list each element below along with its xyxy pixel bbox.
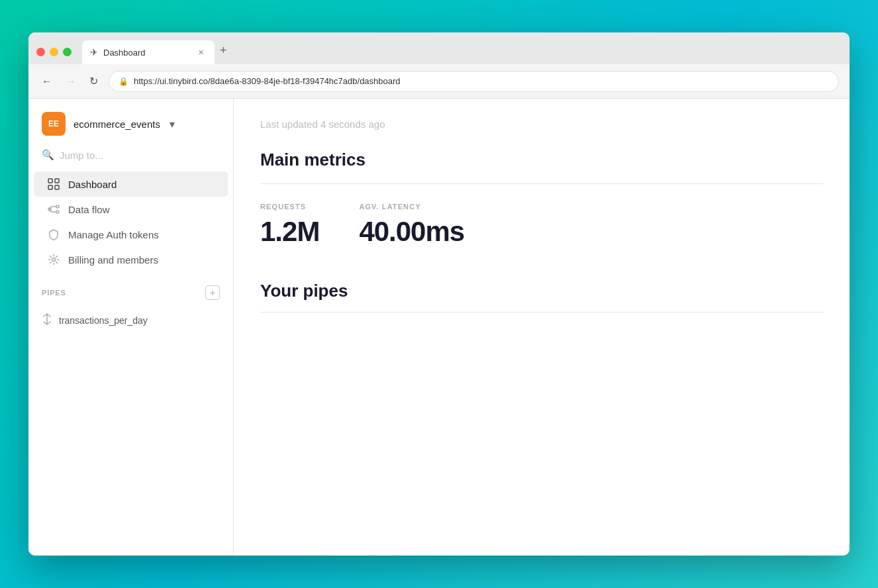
close-button[interactable] (36, 48, 45, 56)
lock-icon: 🔒 (119, 77, 128, 86)
pipe-icon (42, 313, 52, 328)
svg-point-7 (52, 258, 56, 262)
search-placeholder: Jump to... (60, 150, 103, 161)
shield-icon (47, 228, 60, 240)
metrics-row: REQUESTS 1.2M AGV. LATENCY 40.00ms (260, 203, 823, 248)
tab-title: Dashboard (103, 48, 190, 58)
sidebar-item-data-flow[interactable]: Data flow (34, 197, 228, 222)
main-metrics-title: Main metrics (260, 150, 823, 170)
sidebar: EE ecommerce_events ▾ 🔍 Jump to... (28, 99, 234, 556)
dashboard-icon (47, 178, 60, 190)
back-button[interactable]: ← (39, 74, 55, 89)
dashboard-label: Dashboard (68, 179, 117, 190)
svg-rect-0 (48, 179, 52, 183)
svg-rect-3 (55, 185, 59, 189)
pipes-header: PIPES + (42, 285, 220, 300)
workspace-name: ecommerce_events (73, 119, 160, 130)
sidebar-item-dashboard[interactable]: Dashboard (34, 172, 228, 197)
svg-point-6 (56, 211, 59, 213)
sidebar-item-auth-tokens[interactable]: Manage Auth tokens (34, 222, 228, 247)
traffic-lights (36, 48, 72, 64)
pipe-name: transactions_per_day (59, 315, 148, 326)
auth-tokens-label: Manage Auth tokens (68, 229, 159, 240)
pipes-divider (260, 312, 823, 313)
browser-tab[interactable]: ✈ Dashboard ✕ (82, 40, 215, 64)
data-flow-label: Data flow (68, 204, 110, 215)
metric-requests: REQUESTS 1.2M (260, 203, 319, 248)
app-layout: EE ecommerce_events ▾ 🔍 Jump to... (28, 99, 850, 556)
pipes-section-label: PIPES (42, 289, 66, 297)
svg-rect-1 (55, 179, 59, 183)
sidebar-item-billing[interactable]: Billing and members (34, 247, 228, 272)
requests-value: 1.2M (260, 216, 319, 248)
tab-close-icon[interactable]: ✕ (195, 47, 207, 58)
requests-label: REQUESTS (260, 203, 319, 211)
add-pipe-button[interactable]: + (205, 285, 220, 300)
your-pipes-section: Your pipes (260, 281, 823, 313)
tab-favicon: ✈ (90, 47, 98, 58)
metrics-divider (260, 183, 823, 184)
workspace-dropdown-icon[interactable]: ▾ (170, 118, 175, 130)
pipes-section: PIPES + transactions_per_day (28, 285, 233, 333)
svg-point-5 (56, 205, 59, 208)
billing-label: Billing and members (68, 254, 158, 266)
data-flow-icon (47, 203, 60, 215)
search-bar[interactable]: 🔍 Jump to... (28, 149, 233, 172)
avg-latency-label: AGV. LATENCY (359, 203, 464, 211)
workspace-avatar: EE (42, 112, 66, 136)
pipe-item-transactions[interactable]: transactions_per_day (42, 308, 220, 333)
svg-rect-2 (48, 185, 52, 189)
browser-window: ✈ Dashboard ✕ + ← → ↻ 🔒 https://ui.tinyb… (28, 32, 850, 556)
main-content: Last updated 4 seconds ago Main metrics … (234, 99, 850, 556)
url-bar[interactable]: 🔒 https://ui.tinybird.co/8dae6a-8309-84j… (109, 71, 839, 92)
address-bar: ← → ↻ 🔒 https://ui.tinybird.co/8dae6a-83… (28, 64, 850, 99)
your-pipes-title: Your pipes (260, 281, 823, 301)
maximize-button[interactable] (63, 48, 72, 56)
last-updated-text: Last updated 4 seconds ago (260, 119, 823, 130)
avg-latency-value: 40.00ms (359, 216, 464, 248)
reload-button[interactable]: ↻ (87, 74, 101, 89)
search-icon: 🔍 (42, 149, 54, 161)
metric-avg-latency: AGV. LATENCY 40.00ms (359, 203, 464, 248)
new-tab-button[interactable]: + (220, 44, 227, 64)
workspace-header[interactable]: EE ecommerce_events ▾ (28, 112, 233, 149)
gear-icon (47, 254, 60, 266)
url-text: https://ui.tinybird.co/8dae6a-8309-84je-… (134, 76, 401, 86)
tab-bar: ✈ Dashboard ✕ + (28, 32, 850, 64)
forward-button[interactable]: → (63, 74, 79, 89)
minimize-button[interactable] (50, 48, 58, 56)
